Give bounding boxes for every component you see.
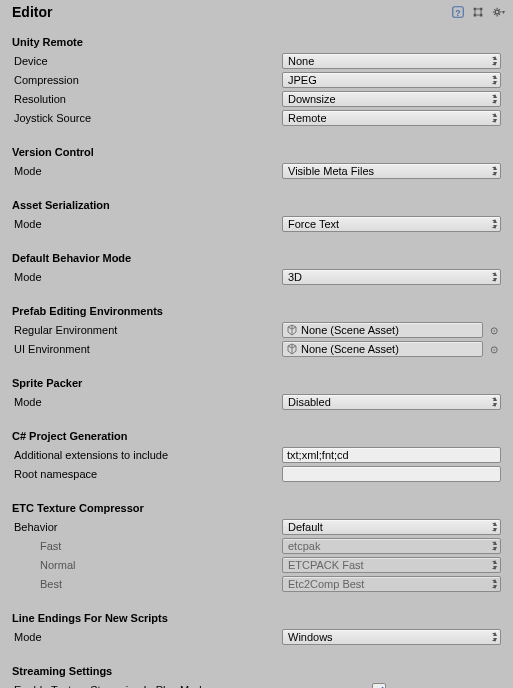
section-title: Asset Serialization — [12, 191, 501, 214]
resolution-dropdown[interactable]: Downsize▴▾ — [282, 91, 501, 107]
namespace-input[interactable] — [282, 466, 501, 482]
compression-dropdown[interactable]: JPEG▴▾ — [282, 72, 501, 88]
section-version-control: Version Control Mode Visible Meta Files▴… — [0, 136, 513, 189]
section-title: C# Project Generation — [12, 422, 501, 445]
cube-icon — [286, 324, 298, 336]
etc-behavior-dropdown[interactable]: Default▴▾ — [282, 519, 501, 535]
page-title: Editor — [12, 4, 451, 20]
section-title: Unity Remote — [12, 28, 501, 51]
regular-env-label: Regular Environment — [12, 324, 282, 336]
help-icon[interactable]: ? — [451, 5, 465, 19]
line-endings-dropdown[interactable]: Windows▴▾ — [282, 629, 501, 645]
mode-label: Mode — [12, 396, 282, 408]
section-streaming: Streaming Settings Enable Texture Stream… — [0, 655, 513, 688]
behavior-mode-dropdown[interactable]: 3D▴▾ — [282, 269, 501, 285]
panel-header: Editor ? ▾ — [0, 0, 513, 26]
resolution-label: Resolution — [12, 93, 282, 105]
section-unity-remote: Unity Remote Device None▴▾ Compression J… — [0, 26, 513, 136]
section-line-endings: Line Endings For New Scripts Mode Window… — [0, 602, 513, 655]
section-title: Version Control — [12, 138, 501, 161]
svg-text:▾: ▾ — [502, 8, 505, 15]
fast-label: Fast — [12, 540, 282, 552]
section-title: Sprite Packer — [12, 369, 501, 392]
sprite-packer-dropdown[interactable]: Disabled▴▾ — [282, 394, 501, 410]
namespace-label: Root namespace — [12, 468, 282, 480]
mode-label: Mode — [12, 165, 282, 177]
ui-env-label: UI Environment — [12, 343, 282, 355]
presets-icon[interactable] — [471, 5, 485, 19]
compression-label: Compression — [12, 74, 282, 86]
section-etc-compressor: ETC Texture Compressor Behavior Default▴… — [0, 492, 513, 602]
device-label: Device — [12, 55, 282, 67]
regular-env-field[interactable]: None (Scene Asset) — [282, 322, 483, 338]
section-prefab-env: Prefab Editing Environments Regular Envi… — [0, 295, 513, 367]
etc-best-dropdown: Etc2Comp Best▴▾ — [282, 576, 501, 592]
object-picker-icon[interactable]: ⊙ — [487, 342, 501, 356]
extensions-input[interactable]: txt;xml;fnt;cd — [282, 447, 501, 463]
gear-icon[interactable]: ▾ — [491, 5, 505, 19]
section-asset-serialization: Asset Serialization Mode Force Text▴▾ — [0, 189, 513, 242]
best-label: Best — [12, 578, 282, 590]
section-title: Prefab Editing Environments — [12, 297, 501, 320]
mode-label: Mode — [12, 271, 282, 283]
section-title: Default Behavior Mode — [12, 244, 501, 267]
behavior-label: Behavior — [12, 521, 282, 533]
section-title: Line Endings For New Scripts — [12, 604, 501, 627]
svg-point-2 — [495, 10, 499, 14]
header-toolbar: ? ▾ — [451, 5, 505, 19]
etc-fast-dropdown: etcpak▴▾ — [282, 538, 501, 554]
object-picker-icon[interactable]: ⊙ — [487, 323, 501, 337]
cube-icon — [286, 343, 298, 355]
device-dropdown[interactable]: None▴▾ — [282, 53, 501, 69]
etc-normal-dropdown: ETCPACK Fast▴▾ — [282, 557, 501, 573]
section-csharp-gen: C# Project Generation Additional extensi… — [0, 420, 513, 492]
joystick-label: Joystick Source — [12, 112, 282, 124]
section-title: ETC Texture Compressor — [12, 494, 501, 517]
extensions-label: Additional extensions to include — [12, 449, 282, 461]
serialization-mode-dropdown[interactable]: Force Text▴▾ — [282, 216, 501, 232]
section-title: Streaming Settings — [12, 657, 501, 680]
ui-env-field[interactable]: None (Scene Asset) — [282, 341, 483, 357]
vc-mode-dropdown[interactable]: Visible Meta Files▴▾ — [282, 163, 501, 179]
check-icon — [374, 685, 385, 689]
section-default-behavior: Default Behavior Mode Mode 3D▴▾ — [0, 242, 513, 295]
mode-label: Mode — [12, 631, 282, 643]
normal-label: Normal — [12, 559, 282, 571]
section-sprite-packer: Sprite Packer Mode Disabled▴▾ — [0, 367, 513, 420]
joystick-dropdown[interactable]: Remote▴▾ — [282, 110, 501, 126]
svg-text:?: ? — [455, 8, 460, 18]
enable-streaming-checkbox[interactable] — [372, 683, 386, 688]
mode-label: Mode — [12, 218, 282, 230]
enable-streaming-label: Enable Texture Streaming In Play Mode — [12, 684, 372, 688]
